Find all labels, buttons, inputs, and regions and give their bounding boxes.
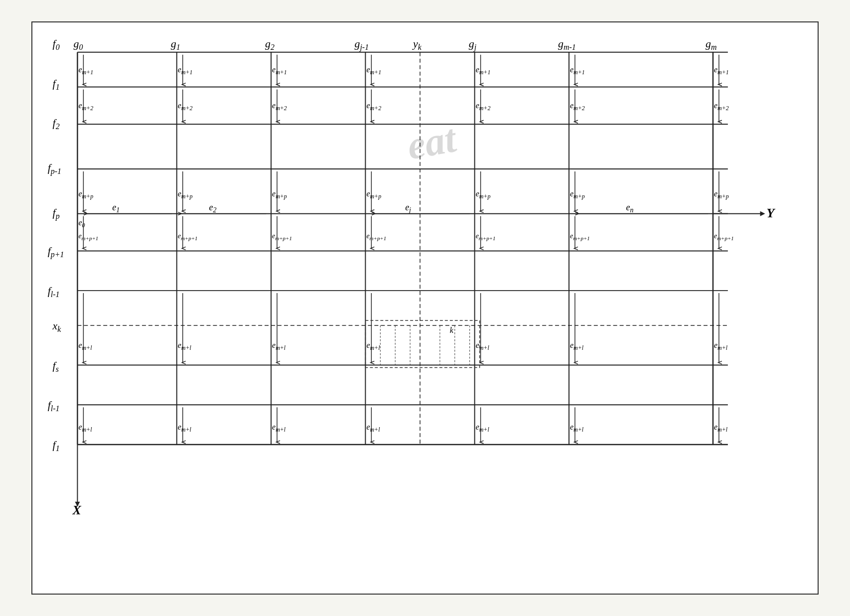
- x-axis-label: X: [72, 503, 81, 517]
- diagram-container: f0 g0 g1 g2 gj-1 yk gj gm-1 gm f1 f2 fp-…: [31, 21, 819, 595]
- diagram-svg: f0 g0 g1 g2 gj-1 yk gj gm-1 gm f1 f2 fp-…: [32, 22, 818, 594]
- k-label: k: [450, 326, 454, 334]
- y-axis-label: Y: [767, 206, 776, 220]
- eat-watermark: eat: [404, 116, 460, 167]
- svg-rect-0: [33, 22, 818, 594]
